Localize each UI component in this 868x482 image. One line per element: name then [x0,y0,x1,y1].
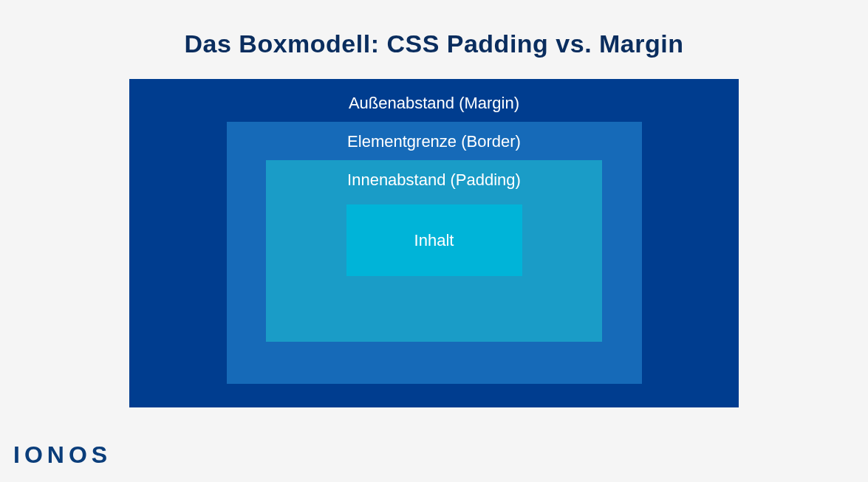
content-layer: Inhalt [346,204,522,276]
diagram-container: Das Boxmodell: CSS Padding vs. Margin Au… [0,0,868,407]
margin-label: Außenabstand (Margin) [349,94,519,113]
border-layer: Elementgrenze (Border) Innenabstand (Pad… [227,122,642,384]
padding-label: Innenabstand (Padding) [347,171,521,190]
diagram-title: Das Boxmodell: CSS Padding vs. Margin [185,30,684,58]
content-label: Inhalt [414,231,454,250]
margin-layer: Außenabstand (Margin) Elementgrenze (Bor… [129,79,739,407]
border-label: Elementgrenze (Border) [347,132,521,151]
brand-logo: IONOS [13,441,112,469]
padding-layer: Innenabstand (Padding) Inhalt [266,160,602,342]
